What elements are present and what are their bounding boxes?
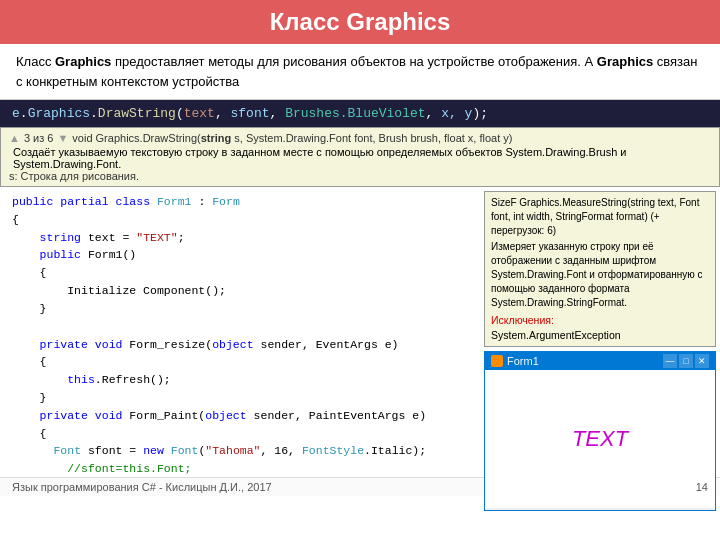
code-text: text bbox=[184, 106, 215, 121]
exc-header: Исключения: bbox=[491, 313, 709, 328]
form1-title: Form1 bbox=[507, 355, 539, 367]
code-xy: x, y bbox=[441, 106, 472, 121]
code-line-6: Initialize Component(); bbox=[12, 282, 468, 300]
code-line-3: string text = "TEXT"; bbox=[12, 229, 468, 247]
minimize-button[interactable]: — bbox=[663, 354, 677, 368]
maximize-button[interactable]: □ bbox=[679, 354, 693, 368]
footer-left: Язык программирования C# - Кислицын Д.И.… bbox=[12, 481, 272, 493]
code-line-7: } bbox=[12, 300, 468, 318]
code-line-11: this.Refresh(); bbox=[12, 371, 468, 389]
code-line-8 bbox=[12, 318, 468, 336]
code-line-1: public partial class Form1 : Form bbox=[12, 193, 468, 211]
tooltip-drawstring: ▲ 3 из 6 ▼ void Graphics.DrawString(stri… bbox=[0, 127, 720, 187]
code-top-block: e.Graphics.DrawString(text, sfont, Brush… bbox=[0, 100, 720, 127]
form1-display-text: TEXT bbox=[572, 426, 628, 452]
code-line-4: public Form1() bbox=[12, 246, 468, 264]
measure-header: SizeF Graphics.MeasureString(string text… bbox=[491, 196, 709, 238]
tooltip-desc: Создаёт указываемую текстовую строку в з… bbox=[13, 146, 711, 170]
tooltip-s-label: s: Строка для рисования. bbox=[9, 170, 711, 182]
code-sfont: sfont bbox=[231, 106, 270, 121]
form1-icon bbox=[491, 355, 503, 367]
measure-desc: Измеряет указанную строку при её отображ… bbox=[491, 240, 709, 310]
tooltip-header: ▲ 3 из 6 ▼ void Graphics.DrawString(stri… bbox=[9, 132, 711, 144]
code-panel: public partial class Form1 : Form { stri… bbox=[0, 187, 480, 477]
page-title: Класс Graphics bbox=[0, 8, 720, 36]
code-line-9: private void Form_resize(object sender, … bbox=[12, 336, 468, 354]
tooltip-signature: void Graphics.DrawString(string s, Syste… bbox=[72, 132, 512, 144]
footer-page: 14 bbox=[696, 481, 708, 493]
code-e: e bbox=[12, 106, 20, 121]
code-dot1: . bbox=[20, 106, 28, 121]
code-line-14: { bbox=[12, 425, 468, 443]
code-line-5: { bbox=[12, 264, 468, 282]
form1-body: TEXT bbox=[485, 370, 715, 508]
triangle-icon: ▲ bbox=[9, 132, 20, 144]
code-line-10: { bbox=[12, 353, 468, 371]
right-panel: SizeF Graphics.MeasureString(string text… bbox=[480, 187, 720, 477]
form1-titlebar: Form1 — □ ✕ bbox=[485, 352, 715, 370]
tooltip-count: 3 из 6 bbox=[24, 132, 54, 144]
code-comma3: , bbox=[426, 106, 442, 121]
code-comma2: , bbox=[270, 106, 286, 121]
intro-text1: Класс bbox=[16, 54, 55, 69]
form1-controls: — □ ✕ bbox=[663, 354, 709, 368]
close-button[interactable]: ✕ bbox=[695, 354, 709, 368]
code-line-2: { bbox=[12, 211, 468, 229]
code-line-15: Font sfont = new Font("Tahoma", 16, Font… bbox=[12, 442, 468, 460]
form1-title-area: Form1 bbox=[491, 355, 539, 367]
code-drawstring: DrawString bbox=[98, 106, 176, 121]
code-graphics: Graphics bbox=[28, 106, 90, 121]
code-dot2: . bbox=[90, 106, 98, 121]
intro-bold1: Graphics bbox=[55, 54, 111, 69]
code-line-12: } bbox=[12, 389, 468, 407]
triangle-down-icon: ▼ bbox=[57, 132, 68, 144]
code-comma1: , bbox=[215, 106, 231, 121]
code-paren2: ); bbox=[472, 106, 488, 121]
code-paren1: ( bbox=[176, 106, 184, 121]
header: Класс Graphics bbox=[0, 0, 720, 44]
code-line-13: private void Form_Paint(object sender, P… bbox=[12, 407, 468, 425]
measure-tooltip: SizeF Graphics.MeasureString(string text… bbox=[484, 191, 716, 347]
code-line-16: //sfont=this.Font; bbox=[12, 460, 468, 477]
main-content: public partial class Form1 : Form { stri… bbox=[0, 187, 720, 477]
exc-val: System.ArgumentException bbox=[491, 328, 709, 343]
intro-text2: предоставляет методы для рисования объек… bbox=[111, 54, 596, 69]
intro-text: Класс Graphics предоставляет методы для … bbox=[0, 44, 720, 100]
code-brush: Brushes.BlueViolet bbox=[285, 106, 425, 121]
form1-window: Form1 — □ ✕ TEXT bbox=[484, 351, 716, 511]
intro-bold2: Graphics bbox=[597, 54, 653, 69]
